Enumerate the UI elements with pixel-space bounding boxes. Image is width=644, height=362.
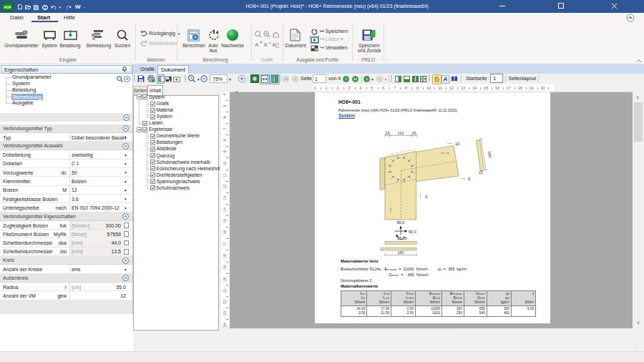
svg-text:12: 12 xyxy=(380,248,384,251)
svg-text:160: 160 xyxy=(397,250,404,255)
svg-text:25: 25 xyxy=(385,131,389,135)
svg-text:A: A xyxy=(263,41,268,48)
svg-text:10: 10 xyxy=(455,142,459,146)
svg-text:110: 110 xyxy=(398,131,404,135)
svg-text:0: 0 xyxy=(468,177,470,181)
svg-text:25,00: 25,00 xyxy=(397,236,407,240)
svg-text:160: 160 xyxy=(487,151,492,158)
svg-text:0: 0 xyxy=(425,195,427,199)
svg-text:50,0: 50,0 xyxy=(409,230,416,234)
svg-text:25: 25 xyxy=(411,131,416,135)
svg-text:80,0: 80,0 xyxy=(397,220,405,225)
svg-text:A: A xyxy=(255,41,259,48)
svg-text:15: 15 xyxy=(479,170,483,175)
